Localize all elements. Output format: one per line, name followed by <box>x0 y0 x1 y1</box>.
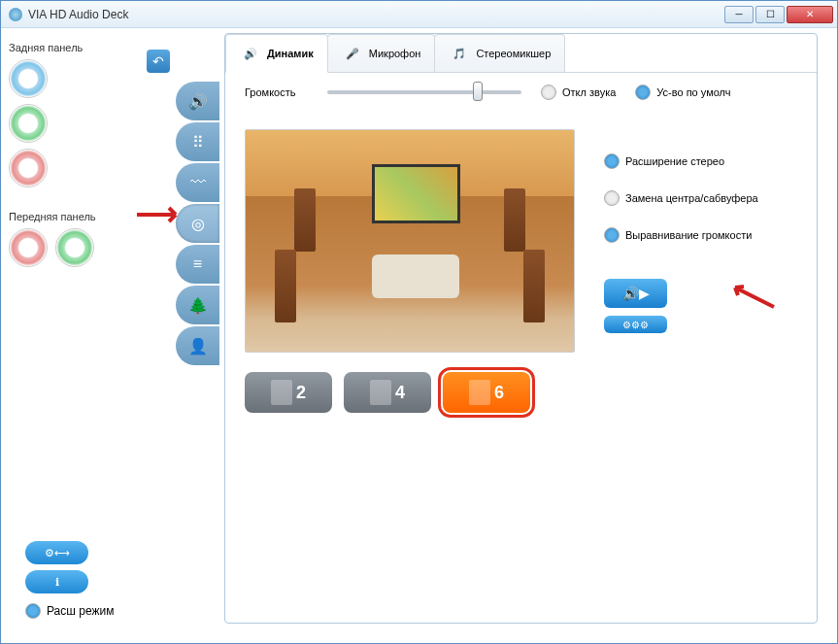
config-2-label: 2 <box>296 383 306 403</box>
tabs: 🔊 Динамик 🎤 Микрофон 🎵 Стереомикшер <box>225 34 817 73</box>
jack-mic[interactable] <box>9 149 48 187</box>
volume-leveling-radio[interactable] <box>604 227 620 243</box>
jack-line-in[interactable] <box>9 59 48 98</box>
minimize-button[interactable]: ─ <box>724 6 754 23</box>
stereo-expand-option[interactable]: Расширение стерео <box>604 153 758 169</box>
window-title: VIA HD Audio Deck <box>28 8 724 21</box>
tab-speaker[interactable]: 🔊 Динамик <box>225 34 328 73</box>
expand-mode-label: Расш режим <box>47 604 114 618</box>
nav-person-icon[interactable]: 👤 <box>176 326 219 365</box>
speaker-icon: 🔊 <box>240 43 261 64</box>
toolbar-button-1[interactable]: ⚙⟷ <box>25 541 88 564</box>
config-2-button[interactable]: 2 <box>245 372 332 413</box>
config-4-button[interactable]: 4 <box>344 372 431 413</box>
sidebar-icons: 🔊 ⠿ 〰 ◎ ≡ 🌲 👤 <box>176 28 219 643</box>
jack-line-out[interactable] <box>9 104 48 143</box>
tab-label: Динамик <box>267 48 314 59</box>
speaker-rear-right <box>504 188 525 252</box>
swap-center-label: Замена центра/сабвуфера <box>625 192 758 204</box>
microphone-icon: 🎤 <box>342 43 363 64</box>
titlebar: VIA HD Audio Deck ─ ☐ ✕ <box>1 1 837 28</box>
nav-environment-icon[interactable]: 🌲 <box>176 286 219 324</box>
volume-label: Громкость <box>245 86 308 98</box>
couch <box>372 254 459 298</box>
volume-slider[interactable] <box>327 90 521 94</box>
speaker-front-left <box>275 250 296 322</box>
stereo-expand-label: Расширение стерео <box>625 155 724 167</box>
nav-subwoofer-icon[interactable]: ◎ <box>176 204 219 243</box>
speaker-rear-left <box>294 188 316 252</box>
close-button[interactable]: ✕ <box>787 6 833 23</box>
room-preview <box>245 129 575 353</box>
volume-slider-thumb[interactable] <box>473 82 483 101</box>
config-6-button[interactable]: 6 <box>443 372 530 413</box>
default-device-option[interactable]: Ус-во по умолч <box>635 85 730 100</box>
volume-leveling-label: Выравнивание громкости <box>625 229 752 241</box>
stereo-expand-radio[interactable] <box>604 153 620 169</box>
reset-button[interactable]: ↶ <box>147 50 170 73</box>
speaker-config-row: 2 4 6 <box>245 372 797 413</box>
front-jack-mic[interactable] <box>9 228 48 267</box>
mixer-icon: 🎵 <box>449 43 470 64</box>
expand-mode-option[interactable]: Расш режим <box>25 603 114 619</box>
config-6-label: 6 <box>494 383 504 403</box>
speaker-2-icon <box>271 380 292 405</box>
swap-center-option[interactable]: Замена центра/сабвуфера <box>604 190 758 206</box>
maximize-button[interactable]: ☐ <box>755 6 785 23</box>
nav-wave-icon[interactable]: 〰 <box>176 163 219 202</box>
mute-radio[interactable] <box>541 85 556 100</box>
config-4-label: 4 <box>395 383 405 403</box>
volume-leveling-option[interactable]: Выравнивание громкости <box>604 227 758 243</box>
rear-panel-label: Задняя панель <box>9 42 168 53</box>
default-device-radio[interactable] <box>635 85 651 100</box>
play-test-button[interactable]: 🔊▶ <box>604 279 667 308</box>
speaker-4-icon <box>370 380 391 405</box>
tab-microphone[interactable]: 🎤 Микрофон <box>327 34 436 72</box>
front-panel-label: Передняя панель <box>9 211 168 222</box>
expand-mode-radio[interactable] <box>25 603 41 619</box>
speaker-6-icon <box>469 380 490 405</box>
tab-label: Стереомикшер <box>476 48 551 59</box>
mute-label: Откл звука <box>562 86 616 98</box>
default-device-label: Ус-во по умолч <box>656 86 730 98</box>
speaker-front-right <box>523 250 545 322</box>
front-jack-headphone[interactable] <box>55 228 94 267</box>
tab-label: Микрофон <box>369 48 421 59</box>
config-button[interactable]: ⚙⚙⚙ <box>604 316 667 333</box>
nav-volume-icon[interactable]: 🔊 <box>176 82 219 120</box>
nav-equalizer-icon[interactable]: ≡ <box>176 245 219 284</box>
nav-speakers-icon[interactable]: ⠿ <box>176 122 219 161</box>
swap-center-radio[interactable] <box>604 190 620 206</box>
toolbar-button-2[interactable]: ℹ <box>25 570 88 593</box>
main-content: 🔊 Динамик 🎤 Микрофон 🎵 Стереомикшер <box>219 28 837 643</box>
mute-option[interactable]: Откл звука <box>541 85 616 100</box>
app-icon <box>9 8 22 21</box>
tab-stereo-mixer[interactable]: 🎵 Стереомикшер <box>434 34 565 72</box>
